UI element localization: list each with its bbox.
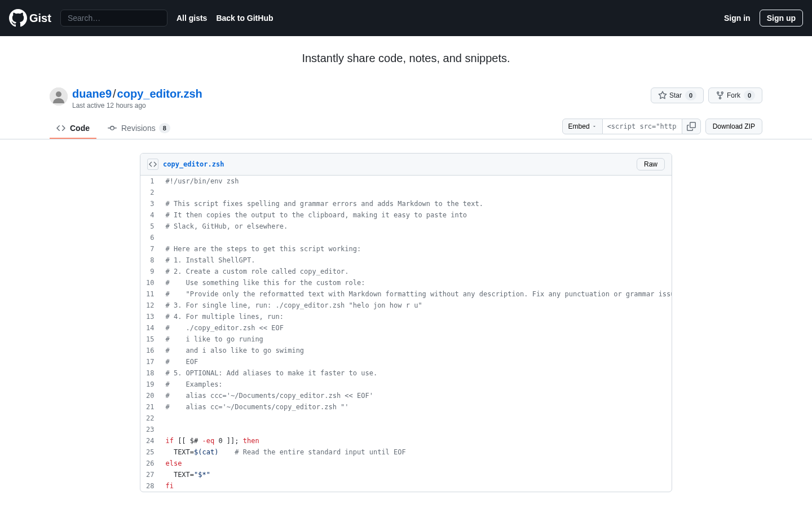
sign-in-link[interactable]: Sign in bbox=[724, 14, 751, 23]
logo-text: Gist bbox=[29, 12, 51, 25]
caret-down-icon bbox=[592, 124, 597, 129]
line-code: # Use something like this for the custom… bbox=[160, 277, 672, 288]
line-number[interactable]: 21 bbox=[140, 401, 160, 413]
sign-up-button[interactable]: Sign up bbox=[760, 10, 803, 27]
line-code: # alias cc='~/Documents/copy_editor.zsh … bbox=[160, 401, 672, 413]
line-code: fi bbox=[160, 480, 672, 492]
line-number[interactable]: 3 bbox=[140, 198, 160, 209]
gist-title: duane9/copy_editor.zsh bbox=[72, 87, 651, 100]
star-label: Star bbox=[669, 91, 682, 99]
tab-revisions-label: Revisions bbox=[121, 124, 156, 133]
file-header: copy_editor.zsh Raw bbox=[140, 154, 672, 176]
line-number[interactable]: 24 bbox=[140, 435, 160, 446]
line-code: TEXT="$*" bbox=[160, 469, 672, 480]
fork-button[interactable]: Fork 0 bbox=[708, 87, 762, 103]
line-code: # and i also like to go swiming bbox=[160, 345, 672, 356]
avatar[interactable] bbox=[50, 87, 68, 106]
line-number[interactable]: 8 bbox=[140, 255, 160, 266]
line-number[interactable]: 12 bbox=[140, 300, 160, 311]
revisions-count: 8 bbox=[159, 123, 170, 133]
tab-code-label: Code bbox=[70, 124, 90, 133]
embed-label: Embed bbox=[568, 122, 590, 130]
line-code: # 5. OPTIONAL: Add aliases to make it fa… bbox=[160, 367, 672, 379]
line-code: # 3. For single line, run: ./copy_editor… bbox=[160, 300, 672, 311]
code-file-icon bbox=[147, 159, 158, 170]
line-number[interactable]: 25 bbox=[140, 446, 160, 458]
title-separator: / bbox=[113, 87, 116, 100]
line-number[interactable]: 4 bbox=[140, 209, 160, 221]
line-number[interactable]: 7 bbox=[140, 243, 160, 255]
line-code: else bbox=[160, 458, 672, 469]
line-number[interactable]: 27 bbox=[140, 469, 160, 480]
line-code: # 4. For multiple lines, run: bbox=[160, 311, 672, 322]
toolbar: Embed Download ZIP bbox=[562, 119, 762, 139]
github-icon bbox=[9, 9, 27, 27]
line-code: # 1. Install ShellGPT. bbox=[160, 255, 672, 266]
file-box: copy_editor.zsh Raw 1#!/usr/bin/env zsh2… bbox=[140, 153, 672, 492]
gist-filename-link[interactable]: copy_editor.zsh bbox=[117, 87, 202, 100]
line-number[interactable]: 1 bbox=[140, 176, 160, 187]
download-zip-button[interactable]: Download ZIP bbox=[705, 119, 762, 134]
line-number[interactable]: 19 bbox=[140, 379, 160, 390]
svg-point-1 bbox=[56, 91, 61, 97]
star-count: 0 bbox=[685, 90, 696, 100]
line-number[interactable]: 13 bbox=[140, 311, 160, 322]
line-code: if [[ $# -eq 0 ]]; then bbox=[160, 435, 672, 446]
line-number[interactable]: 11 bbox=[140, 288, 160, 300]
line-code: # 2. Create a custom role called copy_ed… bbox=[160, 266, 672, 277]
line-code: #!/usr/bin/env zsh bbox=[160, 176, 672, 187]
line-code: # This script fixes spelling and grammar… bbox=[160, 198, 672, 209]
line-code: # EOF bbox=[160, 356, 672, 367]
tab-code[interactable]: Code bbox=[50, 119, 96, 139]
line-number[interactable]: 26 bbox=[140, 458, 160, 469]
line-code bbox=[160, 424, 672, 435]
line-number[interactable]: 9 bbox=[140, 266, 160, 277]
star-icon bbox=[658, 91, 667, 100]
line-number[interactable]: 5 bbox=[140, 221, 160, 232]
nav-all-gists[interactable]: All gists bbox=[176, 14, 207, 23]
line-number[interactable]: 2 bbox=[140, 187, 160, 198]
search-input[interactable] bbox=[60, 10, 167, 27]
copy-icon bbox=[687, 122, 696, 131]
line-code: # Here are the steps to get this script … bbox=[160, 243, 672, 255]
line-code: # ./copy_editor.zsh << EOF bbox=[160, 322, 672, 334]
code-icon bbox=[56, 124, 65, 133]
line-code bbox=[160, 232, 672, 243]
file-name-link[interactable]: copy_editor.zsh bbox=[163, 160, 224, 168]
global-header: Gist All gists Back to GitHub Sign in Si… bbox=[0, 0, 812, 36]
copy-embed-button[interactable] bbox=[682, 119, 701, 134]
embed-dropdown[interactable]: Embed bbox=[562, 119, 603, 134]
fork-label: Fork bbox=[727, 91, 740, 99]
pagehead: duane9/copy_editor.zsh Last active 12 ho… bbox=[0, 81, 812, 139]
code-table: 1#!/usr/bin/env zsh23# This script fixes… bbox=[140, 176, 672, 492]
line-code: # alias ccc='~/Documents/copy_editor.zsh… bbox=[160, 390, 672, 401]
line-number[interactable]: 16 bbox=[140, 345, 160, 356]
line-number[interactable]: 10 bbox=[140, 277, 160, 288]
line-number[interactable]: 17 bbox=[140, 356, 160, 367]
tab-revisions[interactable]: Revisions 8 bbox=[101, 119, 177, 139]
tabs: Code Revisions 8 bbox=[50, 119, 177, 139]
line-code bbox=[160, 187, 672, 198]
last-active: Last active 12 hours ago bbox=[72, 102, 651, 110]
line-number[interactable]: 18 bbox=[140, 367, 160, 379]
line-number[interactable]: 22 bbox=[140, 413, 160, 424]
line-number[interactable]: 23 bbox=[140, 424, 160, 435]
logo-link[interactable]: Gist bbox=[9, 9, 51, 27]
auth-area: Sign in Sign up bbox=[724, 10, 803, 27]
line-number[interactable]: 14 bbox=[140, 322, 160, 334]
line-number[interactable]: 20 bbox=[140, 390, 160, 401]
line-code bbox=[160, 413, 672, 424]
author-link[interactable]: duane9 bbox=[72, 87, 112, 100]
nav-back-to-github[interactable]: Back to GitHub bbox=[216, 14, 273, 23]
line-number[interactable]: 28 bbox=[140, 480, 160, 492]
line-code: TEXT=$(cat) # Read the entire standard i… bbox=[160, 446, 672, 458]
line-number[interactable]: 6 bbox=[140, 232, 160, 243]
embed-url-input[interactable] bbox=[603, 119, 682, 134]
line-code: # It then copies the output to the clipb… bbox=[160, 209, 672, 221]
line-code: # "Provide only the reformatted text wit… bbox=[160, 288, 672, 300]
star-button[interactable]: Star 0 bbox=[651, 87, 704, 103]
line-code: # Examples: bbox=[160, 379, 672, 390]
revisions-icon bbox=[108, 124, 117, 133]
line-number[interactable]: 15 bbox=[140, 334, 160, 345]
raw-button[interactable]: Raw bbox=[637, 158, 665, 170]
